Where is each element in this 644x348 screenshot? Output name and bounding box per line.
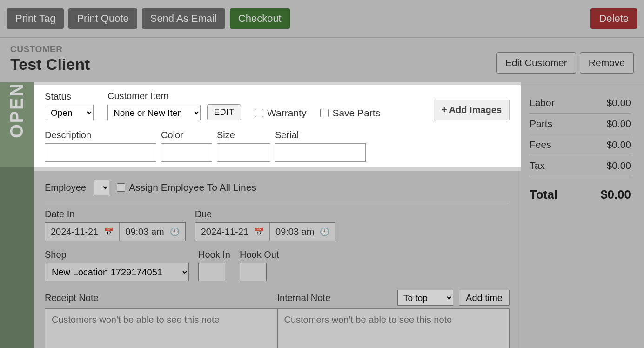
status-select[interactable]: Open xyxy=(45,105,94,120)
serial-input[interactable] xyxy=(275,143,366,162)
internal-note-textarea[interactable] xyxy=(277,308,510,348)
add-time-button[interactable]: Add time xyxy=(459,290,510,306)
fees-total-line: Fees$0.00 xyxy=(530,134,631,155)
clock-icon: 🕘 xyxy=(170,227,180,237)
print-tag-button[interactable]: Print Tag xyxy=(7,8,64,29)
color-label: Color xyxy=(161,130,212,141)
customer-item-edit-button[interactable]: EDIT xyxy=(207,104,241,120)
size-input[interactable] xyxy=(217,143,270,162)
status-label: Status xyxy=(45,91,94,102)
serial-label: Serial xyxy=(275,130,366,141)
warranty-label: Warranty xyxy=(267,107,306,119)
hook-in-label: Hook In xyxy=(198,249,230,260)
customer-item-label: Customer Item xyxy=(107,91,241,101)
due-label: Due xyxy=(195,209,336,220)
internal-note-label: Internal Note xyxy=(277,293,331,303)
shop-label: Shop xyxy=(45,249,189,260)
status-open-badge: OPEN xyxy=(0,82,34,348)
shop-select[interactable]: New Location 1729174051 xyxy=(45,263,189,281)
employee-select[interactable] xyxy=(94,180,109,195)
save-parts-label: Save Parts xyxy=(332,107,380,119)
size-label: Size xyxy=(217,130,270,141)
toolbar: Print Tag Print Quote Send As Email Chec… xyxy=(0,0,644,38)
receipt-note-textarea[interactable] xyxy=(45,308,277,348)
edit-customer-button[interactable]: Edit Customer xyxy=(496,52,576,74)
plus-icon: + xyxy=(442,105,447,115)
date-in-label: Date In xyxy=(45,209,186,220)
delete-button[interactable]: Delete xyxy=(590,8,637,29)
receipt-note-label: Receipt Note xyxy=(45,293,99,303)
customer-label: CUSTOMER xyxy=(10,44,496,54)
hook-in-input[interactable] xyxy=(198,263,225,281)
warranty-checkbox[interactable] xyxy=(255,109,263,117)
totals-panel: Labor$0.00 Parts$0.00 Fees$0.00 Tax$0.00… xyxy=(521,82,644,348)
assign-all-label: Assign Employee To All Lines xyxy=(129,182,256,193)
save-parts-checkbox[interactable] xyxy=(320,109,329,117)
send-email-button[interactable]: Send As Email xyxy=(142,8,225,29)
add-images-button[interactable]: +Add Images xyxy=(434,100,510,120)
color-input[interactable] xyxy=(161,143,212,162)
labor-total-line: Labor$0.00 xyxy=(530,93,631,114)
assign-all-checkbox[interactable] xyxy=(117,183,125,192)
parts-total-line: Parts$0.00 xyxy=(530,114,631,134)
customer-header: CUSTOMER Test Client Edit Customer Remov… xyxy=(0,38,644,82)
calendar-icon: 📅 xyxy=(254,227,264,237)
clock-icon: 🕘 xyxy=(320,227,329,237)
hook-out-label: Hook Out xyxy=(240,249,279,260)
note-position-select[interactable]: To top xyxy=(397,290,453,306)
employee-label: Employee xyxy=(45,182,86,193)
grand-total-line: Total$0.00 xyxy=(530,179,631,202)
customer-item-select[interactable]: None or New Item xyxy=(107,105,201,120)
description-input[interactable] xyxy=(45,143,156,162)
calendar-icon: 📅 xyxy=(104,227,114,237)
work-order-form: Status Open Customer Item None or New It… xyxy=(34,82,521,348)
print-quote-button[interactable]: Print Quote xyxy=(68,8,137,29)
tax-total-line: Tax$0.00 xyxy=(530,155,631,176)
hook-out-input[interactable] xyxy=(240,263,267,281)
due-group[interactable]: 2024-11-21📅 09:03 am🕘 xyxy=(195,222,336,241)
remove-customer-button[interactable]: Remove xyxy=(580,52,634,74)
customer-name: Test Client xyxy=(10,55,496,74)
description-label: Description xyxy=(45,130,156,141)
checkout-button[interactable]: Checkout xyxy=(230,8,290,29)
date-in-group[interactable]: 2024-11-21📅 09:03 am🕘 xyxy=(45,222,186,241)
